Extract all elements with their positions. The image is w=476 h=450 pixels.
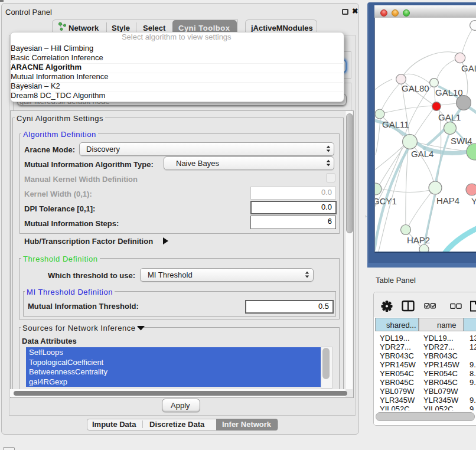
svg-text:GAL7: GAL7 [461, 63, 476, 73]
svg-text:GAL4: GAL4 [411, 149, 433, 159]
svg-text:HAP4: HAP4 [436, 195, 459, 206]
svg-text:HAP2: HAP2 [407, 235, 430, 245]
svg-text:SWI4: SWI4 [451, 136, 472, 146]
svg-text:YM: YM [471, 196, 476, 206]
svg-text:GAL80: GAL80 [402, 83, 429, 93]
svg-text:GAL11: GAL11 [382, 119, 409, 129]
svg-text:GAL10: GAL10 [435, 87, 463, 97]
svg-text:GAL1: GAL1 [438, 112, 461, 122]
svg-text:GCY1: GCY1 [375, 196, 397, 206]
